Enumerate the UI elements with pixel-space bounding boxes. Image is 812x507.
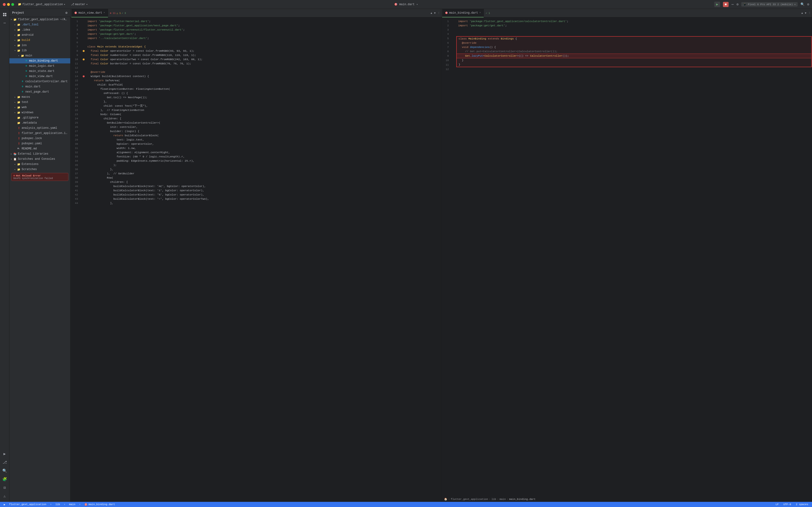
minimize-button[interactable] [7,3,10,6]
settings-icon[interactable]: ⚙ [737,2,739,6]
more-options-icon[interactable]: ⋯ [732,2,734,7]
activity-terminal-icon[interactable]: ⊡ [1,484,8,492]
tree-file-icon: M↓ [17,147,21,151]
activity-run-icon[interactable]: ▶ [1,450,8,458]
code-line-18: 18 onPressed: () { [70,91,441,95]
sidebar-item-readme[interactable]: M↓ README.md [9,146,70,151]
sidebar-item-macos[interactable]: ▸ 📁 macos [9,95,70,100]
close-button[interactable] [3,3,6,6]
tree-item-label: .dart_tool [21,23,39,26]
status-lf[interactable]: LF [775,503,779,506]
sidebar-item-windows[interactable]: ▸ 📁 windows [9,110,70,115]
scroll-down-icon[interactable]: ▼ [434,12,436,14]
activity-git-icon[interactable]: ⎇ [1,459,8,466]
scroll-up-icon[interactable]: ▲ [801,12,803,14]
dart-file-icon: 🎯 [445,11,448,14]
sidebar-item-build[interactable]: ▸ 📁 build [9,38,70,43]
activity-search-icon[interactable]: 🔍 [1,467,8,474]
code-content: }, [85,100,441,104]
sidebar-item-external_libs[interactable]: ▸ 📚 External Libraries [9,151,70,157]
code-line-41: 41 buildCalculatorBlock(text: '±', bgCol… [70,188,441,193]
sidebar-content[interactable]: ▾ 📁 flutter_gext_application ~/AndroidS … [9,17,70,502]
device-selector[interactable]: 📱 Pixel 6 Pro API 33 2 (mobile) ▾ [741,2,798,7]
run-button[interactable]: ▶ [714,2,720,7]
sidebar-item-test[interactable]: ▸ 📁 test [9,100,70,105]
sidebar-item-next_page[interactable]: D next_page.dart [9,89,70,95]
sidebar-item-metadata[interactable]: 📁 .metadata [9,120,70,125]
line-number: 34 [70,159,82,163]
right-code-line-8: 8 // Get.put<CalculatorController>(Calcu… [441,49,812,54]
sidebar-item-scratches_consoles[interactable]: ▾ 📋 Scratches and Consoles [9,157,70,162]
sidebar-item-main_logic[interactable]: D main_logic.dart [9,63,70,69]
sidebar-item-lib[interactable]: ▾ 📁 lib [9,48,70,53]
status-encoding[interactable]: UTF-8 [782,503,792,506]
sidebar-item-main_folder[interactable]: ▾ 📁 main [9,53,70,58]
tree-arrow: ▾ [17,55,21,57]
status-main[interactable]: main [68,503,76,506]
sidebar-item-calculator[interactable]: D calculatorController.dart [9,79,70,84]
sidebar-item-extensions[interactable]: ▸ 📁 Extensions [9,162,70,167]
code-content: alignment: Alignment.centerRight, [85,150,441,155]
project-title[interactable]: 📁 flutter_gext_application ▾ [18,3,65,6]
sidebar-item-main_binding[interactable]: D main_binding.dart [9,58,70,63]
left-tab-close[interactable]: × [104,11,105,14]
line-number: 15 [70,78,82,83]
more-options-icon[interactable]: ⋮ [808,11,811,14]
status-indent[interactable]: 2 spaces [795,503,809,506]
code-line-31: 31 width: 1.sw, [70,146,441,150]
code-line-37: 37 ), // GetBuilder [70,171,441,176]
activity-project-icon[interactable] [1,11,8,18]
right-tab-close[interactable]: × [479,11,481,14]
sidebar-item-root[interactable]: ▾ 📁 flutter_gext_application ~/AndroidS [9,17,70,22]
maximize-button[interactable] [11,3,14,6]
tree-item-label: flutter_gext_application.iml [21,131,68,135]
code-content: final Color borderColor = const Color.fr… [85,62,441,66]
right-tab-main-binding[interactable]: 🎯 main_binding.dart × [442,9,484,17]
right-code-editor[interactable]: 1 import 'package:flutter_gext_applicati… [441,17,812,497]
sidebar-item-flutter_iml[interactable]: ❗ flutter_gext_application.iml [9,131,70,136]
activity-problems-icon[interactable]: ⚠ [1,493,8,500]
sidebar-item-main_state[interactable]: D main_state.dart [9,69,70,74]
sidebar-item-idea[interactable]: ▸ 📁 .idea [9,27,70,33]
sidebar-item-main_view[interactable]: D main_view.dart [9,74,70,79]
more-options-icon[interactable]: ⋮ [438,11,440,14]
tree-file-icon: 📁 [17,162,21,166]
stop-button[interactable]: ■ [723,2,729,7]
code-content [456,28,812,32]
sidebar-item-gitignore[interactable]: 📁 .gitignore [9,115,70,120]
sidebar-item-ios[interactable]: ▸ 📁 ios [9,43,70,48]
activity-plugins-icon[interactable]: 🧩 [1,475,8,483]
sidebar-settings-icon[interactable]: ⚙ [66,11,67,15]
sidebar-item-pubspec_yaml[interactable]: ❗ pubspec.yaml [9,141,70,146]
sidebar-item-main_dart[interactable]: D main.dart [9,84,70,89]
sidebar-item-dart_tool[interactable]: ▸ 📁 .dart_tool [9,22,70,27]
traffic-lights [3,3,14,6]
left-tab-main-view[interactable]: 🎯 main_view.dart × [71,9,108,17]
sidebar-item-analysis[interactable]: ❗ analysis_options.yaml [9,125,70,131]
sidebar-item-web[interactable]: ▸ 📁 web [9,105,70,110]
sidebar-item-pubspec_lock[interactable]: ❗ pubspec.lock [9,136,70,141]
gear-icon[interactable]: ⚙ [807,2,809,6]
line-number: 32 [70,150,82,155]
scroll-up-icon[interactable]: ▲ [431,12,432,14]
status-lib[interactable]: lib [55,503,61,506]
line-number: 19 [70,95,82,100]
code-content: @override [85,70,441,74]
scroll-down-icon[interactable]: ▼ [805,12,806,14]
status-project[interactable]: flutter_gext_application [8,503,47,506]
status-run-icon[interactable]: ▶ [3,503,6,507]
code-line-14: 14 Widget build(BuildContext context) { [70,74,441,78]
code-line-2: 2 import 'package:flutter_gext_applicati… [70,23,441,28]
line-number: 9 [441,54,453,58]
search-icon[interactable]: 🔍 [801,2,805,6]
left-code-editor[interactable]: 1 import 'package:flutter/material.dart'… [70,17,441,502]
line-number: 3 [70,28,82,32]
activity-dots-icon[interactable]: ⋯ [1,19,8,27]
hot-reload-error[interactable]: ⊗ Hot Reload Error DevFS synchronization… [11,173,68,181]
status-file[interactable]: 🎯 main_binding.dart [83,503,116,507]
branch-selector[interactable]: ⎇ master ▾ [71,3,88,6]
sidebar-item-scratches[interactable]: ▸ 📁 Scratches [9,167,70,172]
tree-file-icon: ❗ [17,142,21,146]
sidebar-item-android[interactable]: ▸ 📁 android [9,33,70,38]
line-number: 24 [70,117,82,121]
